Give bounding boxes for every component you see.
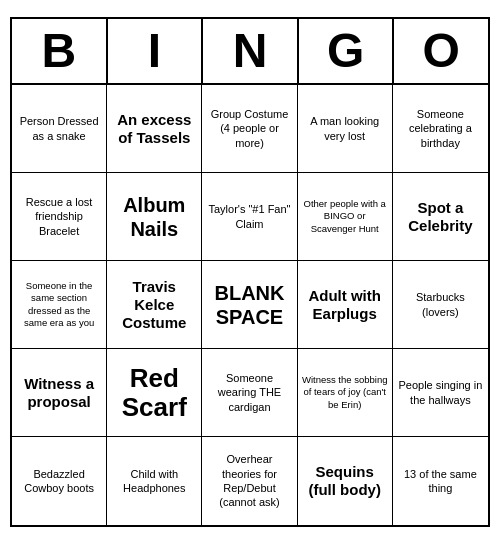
bingo-cell-5: Rescue a lost friendship Bracelet (12, 173, 107, 261)
bingo-letter-i: I (108, 19, 204, 83)
bingo-cell-15: Witness a proposal (12, 349, 107, 437)
cell-text-14: Starbucks (lovers) (397, 290, 484, 319)
cell-text-18: Witness the sobbing of tears of joy (can… (302, 374, 388, 411)
bingo-cell-3: A man looking very lost (298, 85, 393, 173)
cell-text-11: Travis Kelce Costume (111, 278, 197, 332)
cell-text-15: Witness a proposal (16, 375, 102, 411)
bingo-grid: Person Dressed as a snakeAn excess of Ta… (12, 85, 488, 525)
bingo-cell-6: Album Nails (107, 173, 202, 261)
cell-text-10: Someone in the same section dressed as t… (16, 280, 102, 329)
bingo-letter-b: B (12, 19, 108, 83)
cell-text-13: Adult with Earplugs (302, 287, 388, 323)
bingo-cell-18: Witness the sobbing of tears of joy (can… (298, 349, 393, 437)
bingo-cell-8: Other people with a BINGO or Scavenger H… (298, 173, 393, 261)
bingo-cell-4: Someone celebrating a birthday (393, 85, 488, 173)
bingo-cell-10: Someone in the same section dressed as t… (12, 261, 107, 349)
bingo-cell-20: Bedazzled Cowboy boots (12, 437, 107, 525)
cell-text-9: Spot a Celebrity (397, 199, 484, 235)
bingo-cell-1: An excess of Tassels (107, 85, 202, 173)
cell-text-22: Overhear theories for Rep/Debut (cannot … (206, 452, 292, 509)
cell-text-17: Someone wearing THE cardigan (206, 371, 292, 414)
bingo-cell-17: Someone wearing THE cardigan (202, 349, 297, 437)
bingo-cell-16: Red Scarf (107, 349, 202, 437)
bingo-letter-o: O (394, 19, 488, 83)
cell-text-16: Red Scarf (111, 364, 197, 421)
cell-text-3: A man looking very lost (302, 114, 388, 143)
cell-text-20: Bedazzled Cowboy boots (16, 467, 102, 496)
cell-text-5: Rescue a lost friendship Bracelet (16, 195, 102, 238)
bingo-cell-2: Group Costume (4 people or more) (202, 85, 297, 173)
cell-text-19: People singing in the hallways (397, 378, 484, 407)
bingo-cell-9: Spot a Celebrity (393, 173, 488, 261)
bingo-cell-12: BLANK SPACE (202, 261, 297, 349)
cell-text-21: Child with Headphones (111, 467, 197, 496)
bingo-cell-23: Sequins (full body) (298, 437, 393, 525)
bingo-cell-19: People singing in the hallways (393, 349, 488, 437)
bingo-cell-14: Starbucks (lovers) (393, 261, 488, 349)
bingo-cell-7: Taylor's "#1 Fan" Claim (202, 173, 297, 261)
bingo-letter-n: N (203, 19, 299, 83)
cell-text-2: Group Costume (4 people or more) (206, 107, 292, 150)
bingo-cell-24: 13 of the same thing (393, 437, 488, 525)
cell-text-6: Album Nails (111, 193, 197, 241)
bingo-cell-0: Person Dressed as a snake (12, 85, 107, 173)
bingo-cell-22: Overhear theories for Rep/Debut (cannot … (202, 437, 297, 525)
cell-text-23: Sequins (full body) (302, 463, 388, 499)
cell-text-8: Other people with a BINGO or Scavenger H… (302, 198, 388, 235)
bingo-card: BINGO Person Dressed as a snakeAn excess… (10, 17, 490, 527)
cell-text-12: BLANK SPACE (206, 281, 292, 329)
cell-text-24: 13 of the same thing (397, 467, 484, 496)
cell-text-4: Someone celebrating a birthday (397, 107, 484, 150)
bingo-cell-11: Travis Kelce Costume (107, 261, 202, 349)
cell-text-7: Taylor's "#1 Fan" Claim (206, 202, 292, 231)
bingo-header: BINGO (12, 19, 488, 85)
bingo-cell-13: Adult with Earplugs (298, 261, 393, 349)
cell-text-1: An excess of Tassels (111, 111, 197, 147)
bingo-cell-21: Child with Headphones (107, 437, 202, 525)
bingo-letter-g: G (299, 19, 395, 83)
cell-text-0: Person Dressed as a snake (16, 114, 102, 143)
